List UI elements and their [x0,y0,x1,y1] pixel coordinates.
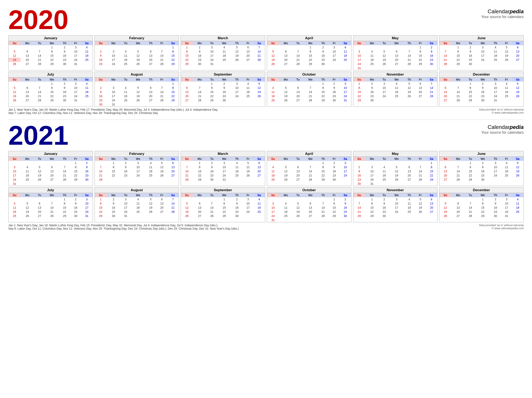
month-january-2021: January SuMoTuWeThFrSa 12 3456789 101112… [8,151,93,186]
month-table-jun-2020: SuMoTuWeThFrSa 123456 78910111213 141516… [439,41,524,66]
footer-2020: Data provided 'as is' without warranty ©… [479,108,524,114]
year-2020-header: 2020 Calendarpedia Your source for calen… [8,6,524,33]
month-table-feb-2020: SuMoTuWeThFrSa 1 2345678 9101112131415 1… [95,41,179,66]
month-table-mar-2021: SuMoTuWeThFrSa 123456 78910111213 141516… [181,157,265,182]
month-table-apr-2021: SuMoTuWeThFrSa 123 45678910 111213141516… [267,157,351,182]
year-2020-title: 2020 [8,6,68,33]
month-name-oct-2020: October [267,72,351,77]
months-grid-2020-row2: July SuMoTuWeThFrSa 1234 567891011 12131… [8,72,524,107]
month-table-nov-2020: SuMoTuWeThFrSa 1234567 891011121314 1516… [353,77,437,102]
logo-2020: Calendarpedia Your source for calendars [481,6,524,19]
notes-2021: Jan 1: New Year's Day, Jan 18: Martin Lu… [8,224,239,230]
notes-line2-2021: Sep 6: Labor Day, Oct 11: Columbus Day, … [8,227,239,230]
month-may-2020: May SuMoTuWeThFrSa 12 3456789 1011121314… [353,35,438,70]
brand-italic: pedia [510,8,524,14]
month-july-2020: July SuMoTuWeThFrSa 1234 567891011 12131… [8,72,93,107]
month-name-mar-2020: March [181,36,265,41]
tagline: Your source for calendars [481,15,524,19]
month-name-jul-2021: July [8,187,93,193]
month-october-2021: October SuMoTuWeThFrSa 12 3456789 101112… [267,187,351,222]
months-grid-2020-row1: January SuMoTuWeThFrSa 1234 567891011 12… [8,35,524,70]
month-table-aug-2020: SuMoTuWeThFrSa 1 2345678 9101112131415 1… [95,77,179,106]
months-grid-2021-row1: January SuMoTuWeThFrSa 12 3456789 101112… [8,151,524,186]
month-table-oct-2021: SuMoTuWeThFrSa 12 3456789 10111213141516… [267,193,351,222]
month-name-mar-2021: March [181,151,265,157]
month-table-jan-2021: SuMoTuWeThFrSa 12 3456789 10111213141516… [8,157,93,186]
month-february-2021: February SuMoTuWeThFrSa 123456 789101112… [95,151,179,186]
footer-2021: Data provided 'as is' without warranty ©… [479,224,524,230]
disclaimer-2021: Data provided 'as is' without warranty [479,224,524,227]
month-december-2020: December SuMoTuWeThFrSa 12345 6789101112… [439,72,524,107]
months-grid-2021-row2: July SuMoTuWeThFrSa 123 45678910 1112131… [8,187,524,222]
month-march-2021: March SuMoTuWeThFrSa 123456 78910111213 … [181,151,265,186]
tagline-2021: Your source for calendars [481,130,524,135]
month-table-dec-2020: SuMoTuWeThFrSa 12345 6789101112 13141516… [439,77,524,102]
month-name-sep-2020: September [181,72,265,77]
month-name-jan-2021: January [8,151,93,157]
month-table-aug-2021: SuMoTuWeThFrSa 1234567 891011121314 1516… [95,193,179,218]
month-june-2020: June SuMoTuWeThFrSa 123456 78910111213 1… [439,35,524,70]
month-name-nov-2020: November [353,72,437,77]
notes-line2-2020: Sep 7: Labor Day, Oct 12: Columbus Day, … [8,111,218,115]
month-table-nov-2021: SuMoTuWeThFrSa 123456 78910111213 141516… [353,193,437,218]
month-name-apr-2021: April [267,151,351,157]
month-table-jan-2020: SuMoTuWeThFrSa 1234 567891011 1213141516… [8,41,93,66]
month-name-dec-2020: December [439,72,524,77]
month-table-dec-2021: SuMoTuWeThFrSa 1234 567891011 1213141516… [439,193,524,218]
month-table-mar-2020: SuMoTuWeThFrSa 1234567 891011121314 1516… [181,41,265,66]
month-name-apr-2020: April [267,36,351,41]
month-november-2021: November SuMoTuWeThFrSa 123456 789101112… [353,187,438,222]
month-april-2020: April SuMoTuWeThFrSa 1234 567891011 1213… [267,35,351,70]
month-december-2021: December SuMoTuWeThFrSa 1234 567891011 1… [439,187,524,222]
notes-line1-2021: Jan 1: New Year's Day, Jan 18: Martin Lu… [8,224,239,227]
month-name-dec-2021: December [439,187,524,193]
month-table-oct-2020: SuMoTuWeThFrSa 123 45678910 111213141516… [267,77,351,102]
month-table-sep-2020: SuMoTuWeThFrSa 12345 6789101112 13141516… [181,77,265,102]
month-name-jun-2021: June [439,151,524,157]
month-name-oct-2021: October [267,187,351,193]
brand-name-2021: Calendarpedia [481,124,524,130]
year-2021-header: 2021 Calendarpedia Your source for calen… [8,122,524,149]
notes-line1-2020: Jan 1: New Year's Day, Jan 20: Martin Lu… [8,108,218,111]
month-september-2020: September SuMoTuWeThFrSa 12345 678910111… [181,72,265,107]
month-november-2020: November SuMoTuWeThFrSa 1234567 89101112… [353,72,438,107]
month-name-aug-2020: August [95,72,179,77]
month-name-feb-2021: February [95,151,179,157]
month-october-2020: October SuMoTuWeThFrSa 123 45678910 1112… [267,72,351,107]
month-table-feb-2021: SuMoTuWeThFrSa 123456 78910111213 141516… [95,157,179,182]
month-may-2021: May SuMoTuWeThFrSa 1 2345678 91011121314… [353,151,438,186]
month-june-2021: June SuMoTuWeThFrSa 12345 6789101112 131… [439,151,524,186]
logo-2021: Calendarpedia Your source for calendars [481,122,524,135]
year-2021-title: 2021 [8,122,68,149]
month-table-apr-2020: SuMoTuWeThFrSa 1234 567891011 1213141516… [267,41,351,66]
month-name-nov-2021: November [353,187,437,193]
brand-name: Calendarpedia [481,8,524,15]
month-name-sep-2021: September [181,187,265,193]
month-name-feb-2020: February [95,36,179,41]
notes-2020: Jan 1: New Year's Day, Jan 20: Martin Lu… [8,108,218,115]
month-table-jul-2021: SuMoTuWeThFrSa 123 45678910 111213141516… [8,193,93,218]
month-march-2020: March SuMoTuWeThFrSa 1234567 89101112131… [181,35,265,70]
month-september-2021: September SuMoTuWeThFrSa 1234 567891011 … [181,187,265,222]
month-table-sep-2021: SuMoTuWeThFrSa 1234 567891011 1213141516… [181,193,265,218]
month-name-may-2020: May [353,36,437,41]
month-name-may-2021: May [353,151,437,157]
url-2021: © www.calendarpedia.com [479,227,524,230]
month-table-may-2020: SuMoTuWeThFrSa 12 3456789 10111213141516… [353,41,437,70]
month-table-jul-2020: SuMoTuWeThFrSa 1234 567891011 1213141516… [8,77,93,102]
month-january-2020: January SuMoTuWeThFrSa 1234 567891011 12… [8,35,93,70]
year-2020-section: 2020 Calendarpedia Your source for calen… [8,6,524,115]
month-april-2021: April SuMoTuWeThFrSa 123 45678910 111213… [267,151,351,186]
month-august-2021: August SuMoTuWeThFrSa 1234567 8910111213… [95,187,179,222]
month-name-aug-2021: August [95,187,179,193]
month-name-jul-2020: July [8,72,93,77]
month-name-jan-2020: January [8,36,93,41]
month-table-jun-2021: SuMoTuWeThFrSa 12345 6789101112 13141516… [439,157,524,182]
year-2021-section: 2021 Calendarpedia Your source for calen… [8,122,524,231]
month-july-2021: July SuMoTuWeThFrSa 123 45678910 1112131… [8,187,93,222]
month-name-jun-2020: June [439,36,524,41]
month-august-2020: August SuMoTuWeThFrSa 1 2345678 91011121… [95,72,179,107]
month-february-2020: February SuMoTuWeThFrSa 1 2345678 910111… [95,35,179,70]
month-table-may-2021: SuMoTuWeThFrSa 1 2345678 9101112131415 1… [353,157,437,186]
brand-italic-2021: pedia [510,124,524,130]
